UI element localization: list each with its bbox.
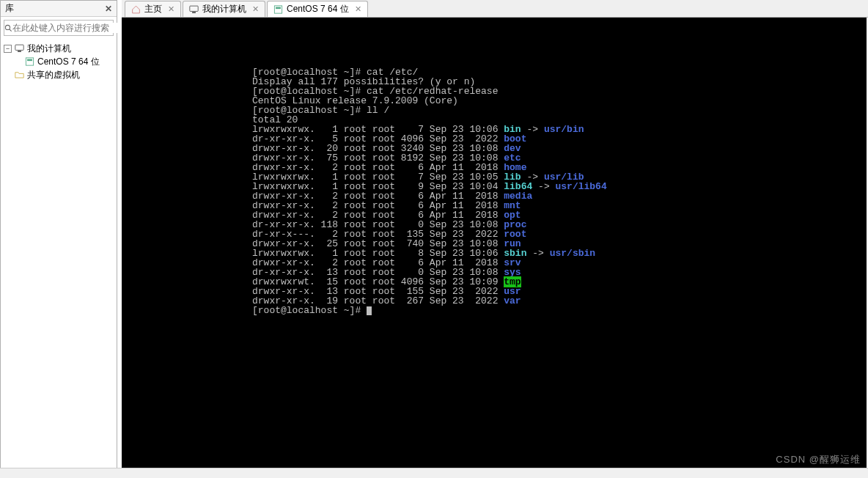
tab-close-icon[interactable]: ✕ (355, 4, 361, 14)
os-icon (273, 5, 283, 14)
library-sidebar: 库 ✕ ▾ − 我的计算机 CentOS 7 64 位 共享的虚拟机 (0, 0, 117, 469)
search-input[interactable] (12, 23, 122, 33)
tab-home[interactable]: 主页 ✕ (125, 1, 181, 17)
svg-rect-3 (18, 51, 21, 52)
watermark: CSDN @醒狮运维 (776, 453, 861, 466)
close-icon[interactable]: ✕ (105, 4, 112, 14)
monitor-icon (14, 44, 24, 53)
tree-collapse-icon[interactable]: − (4, 45, 12, 53)
sidebar-title: 库 (5, 2, 14, 15)
library-tree: − 我的计算机 CentOS 7 64 位 共享的虚拟机 (1, 39, 117, 84)
tree-root-item[interactable]: − 我的计算机 (2, 42, 115, 55)
monitor-icon (189, 5, 199, 14)
tab-centos-label: CentOS 7 64 位 (287, 3, 349, 15)
tab-centos[interactable]: CentOS 7 64 位 ✕ (267, 1, 368, 17)
folder-icon (14, 70, 24, 79)
tab-mycomputer[interactable]: 我的计算机 ✕ (183, 1, 265, 17)
svg-rect-4 (26, 58, 33, 65)
tree-vm-label: CentOS 7 64 位 (37, 56, 100, 68)
svg-rect-5 (27, 59, 32, 62)
tree-root-label: 我的计算机 (27, 43, 71, 55)
tree-shared-item[interactable]: 共享的虚拟机 (2, 68, 115, 81)
os-icon (24, 57, 34, 66)
tree-shared-label: 共享的虚拟机 (27, 69, 80, 81)
terminal[interactable]: [root@localhost ~]# cat /etc/ Display al… (122, 18, 867, 468)
tab-close-icon[interactable]: ✕ (252, 4, 259, 14)
tree-vm-item[interactable]: CentOS 7 64 位 (2, 55, 115, 68)
svg-rect-9 (276, 7, 281, 9)
svg-line-1 (10, 29, 12, 32)
tab-mycomputer-label: 我的计算机 (202, 3, 246, 15)
tab-close-icon[interactable]: ✕ (168, 4, 174, 14)
terminal-output: [root@localhost ~]# cat /etc/ Display al… (252, 67, 867, 315)
tab-home-label: 主页 (144, 3, 162, 15)
svg-rect-2 (15, 45, 23, 50)
search-row: ▾ (4, 20, 114, 36)
status-bar (0, 468, 868, 478)
svg-rect-6 (190, 6, 198, 11)
home-icon (131, 5, 141, 14)
sidebar-header: 库 ✕ (1, 1, 117, 17)
svg-rect-8 (274, 5, 282, 12)
search-icon (4, 23, 12, 33)
tab-bar: 主页 ✕ 我的计算机 ✕ CentOS 7 64 位 ✕ (122, 0, 868, 18)
svg-point-0 (5, 26, 10, 30)
svg-rect-7 (192, 12, 196, 13)
